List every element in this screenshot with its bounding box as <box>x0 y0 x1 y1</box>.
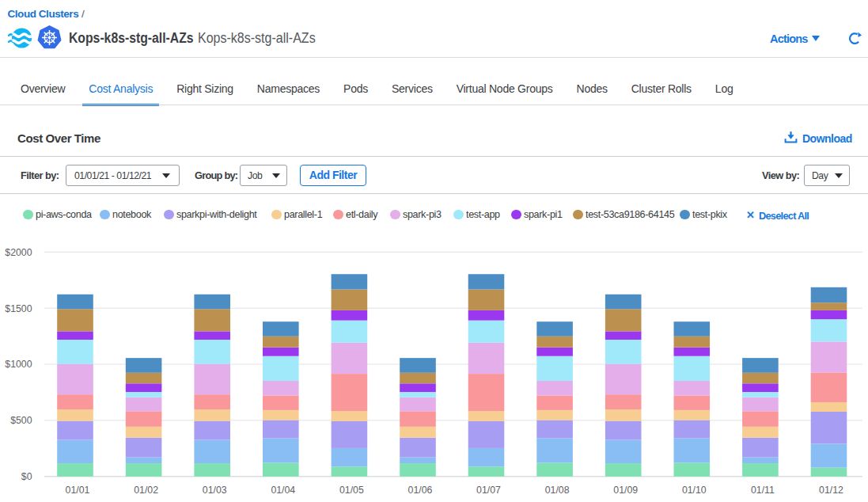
svg-text:01/11: 01/11 <box>751 485 775 496</box>
svg-text:01/01: 01/01 <box>66 485 90 496</box>
svg-text:$1500: $1500 <box>5 303 32 314</box>
svg-text:01/10: 01/10 <box>682 485 707 496</box>
svg-text:01/03: 01/03 <box>203 485 227 496</box>
svg-text:$0: $0 <box>21 471 32 482</box>
svg-text:$2000: $2000 <box>5 247 32 258</box>
svg-text:01/12: 01/12 <box>819 485 843 496</box>
svg-text:01/02: 01/02 <box>134 485 158 496</box>
svg-text:$1000: $1000 <box>5 359 32 370</box>
svg-text:01/04: 01/04 <box>271 485 295 496</box>
svg-text:01/08: 01/08 <box>545 485 570 496</box>
svg-text:01/05: 01/05 <box>339 485 364 496</box>
svg-text:01/07: 01/07 <box>476 485 501 496</box>
svg-text:01/06: 01/06 <box>408 485 433 496</box>
svg-text:$500: $500 <box>10 415 32 426</box>
svg-text:01/09: 01/09 <box>613 485 638 496</box>
